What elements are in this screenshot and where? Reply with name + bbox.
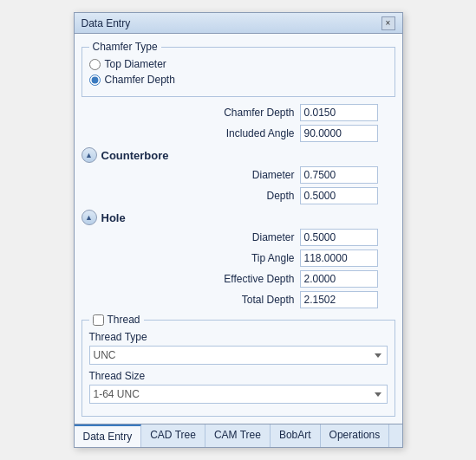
counterbore-depth-input[interactable] (300, 187, 378, 204)
chamfer-depth-row: Chamfer Depth (82, 104, 395, 121)
radio-top-diameter[interactable] (89, 59, 101, 70)
counterbore-header[interactable]: ▲ Counterbore (82, 147, 395, 163)
effective-depth-row: Effective Depth (82, 270, 395, 288)
tab-operations[interactable]: Operations (321, 424, 390, 447)
radio-row-chamfer-depth: Chamfer Depth (89, 74, 388, 86)
thread-size-select[interactable]: 1-64 UNC (89, 385, 388, 404)
title-bar: Data Entry × (75, 13, 402, 34)
counterbore-diameter-label: Diameter (252, 169, 295, 181)
counterbore-diameter-row: Diameter (82, 166, 395, 184)
window-title: Data Entry (82, 17, 131, 29)
tip-angle-row: Tip Angle (82, 249, 395, 267)
hole-header[interactable]: ▲ Hole (82, 210, 395, 225)
hole-collapse-arrow: ▲ (85, 213, 93, 222)
thread-size-label: Thread Size (89, 370, 388, 382)
close-button[interactable]: × (381, 16, 395, 30)
hole-diameter-row: Diameter (82, 229, 395, 246)
total-depth-row: Total Depth (82, 291, 395, 308)
radio-chamfer-depth-label: Chamfer Depth (105, 74, 175, 86)
tab-data-entry[interactable]: Data Entry (75, 424, 142, 447)
collapse-arrow: ▲ (85, 151, 93, 159)
counterbore-depth-row: Depth (82, 187, 395, 204)
tab-bobart[interactable]: BobArt (271, 424, 321, 447)
included-angle-input[interactable] (300, 125, 378, 142)
main-content: Chamfer Type Top Diameter Chamfer Depth … (75, 34, 402, 424)
radio-top-diameter-label: Top Diameter (105, 58, 166, 70)
tip-angle-input[interactable] (300, 249, 378, 267)
hole-diameter-label: Diameter (252, 231, 295, 243)
thread-type-label: Thread Type (89, 331, 388, 343)
thread-group: Thread Thread Type UNC Thread Size 1-64 … (82, 314, 395, 417)
thread-type-select[interactable]: UNC (89, 346, 388, 365)
thread-legend: Thread (89, 314, 144, 326)
counterbore-title: Counterbore (101, 149, 169, 162)
effective-depth-label: Effective Depth (224, 273, 294, 285)
data-entry-window: Data Entry × Chamfer Type Top Diameter C… (74, 12, 403, 448)
hole-diameter-input[interactable] (300, 229, 378, 246)
counterbore-diameter-input[interactable] (300, 166, 378, 184)
thread-legend-label: Thread (108, 314, 140, 326)
counterbore-collapse-icon[interactable]: ▲ (82, 147, 97, 163)
included-angle-label: Included Angle (226, 127, 295, 139)
radio-chamfer-depth[interactable] (89, 75, 101, 86)
hole-title: Hole (101, 211, 126, 224)
thread-checkbox[interactable] (93, 314, 104, 326)
chamfer-type-legend: Chamfer Type (89, 41, 161, 53)
total-depth-label: Total Depth (242, 294, 295, 306)
chamfer-depth-input[interactable] (300, 104, 378, 121)
counterbore-depth-label: Depth (266, 190, 294, 202)
tabs-bar: Data Entry CAD Tree CAM Tree BobArt Oper… (75, 424, 402, 447)
effective-depth-input[interactable] (300, 270, 378, 288)
radio-row-top-diameter: Top Diameter (89, 58, 388, 70)
chamfer-type-group: Chamfer Type Top Diameter Chamfer Depth (82, 41, 395, 97)
tab-cad-tree[interactable]: CAD Tree (141, 424, 205, 447)
tip-angle-label: Tip Angle (251, 252, 295, 264)
total-depth-input[interactable] (300, 291, 378, 308)
chamfer-depth-label: Chamfer Depth (224, 107, 294, 119)
included-angle-row: Included Angle (82, 125, 395, 142)
tab-cam-tree[interactable]: CAM Tree (205, 424, 271, 447)
hole-collapse-icon[interactable]: ▲ (82, 210, 97, 225)
